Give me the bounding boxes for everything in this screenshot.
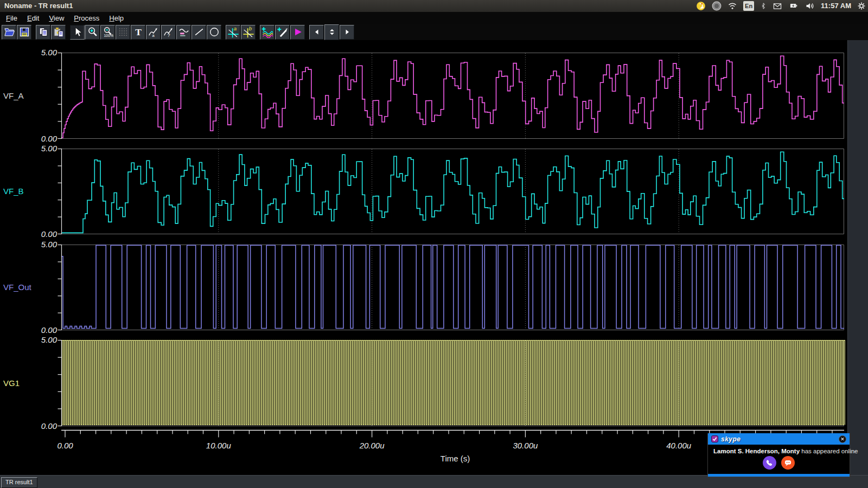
add-curves-button[interactable]: [260, 25, 275, 40]
gear-icon[interactable]: [857, 1, 866, 11]
grid-button[interactable]: [116, 25, 130, 40]
chat-bird-icon[interactable]: [696, 1, 706, 11]
x-tick-label-0: 0.00: [43, 441, 87, 450]
probe-button[interactable]: [275, 25, 290, 40]
skype-logo-text: skype: [721, 435, 741, 443]
ellipse-tool-icon: [209, 27, 220, 37]
plot-canvas-vg1[interactable]: [56, 339, 848, 427]
menu-view[interactable]: View: [44, 13, 69, 23]
page-next-button[interactable]: [340, 25, 354, 40]
plot-canvas-vf_a[interactable]: [56, 52, 848, 139]
line-button[interactable]: [192, 25, 206, 40]
page-spinner-button[interactable]: [324, 24, 339, 40]
signal-label-vg1: VG1: [3, 378, 20, 388]
skype-popup-footer: [708, 474, 850, 477]
tab-tr-result1[interactable]: TR result1: [1, 477, 37, 488]
zoom-100-button[interactable]: 100%: [100, 25, 115, 40]
indicator-circle-icon[interactable]: [712, 1, 722, 11]
menu-file[interactable]: File: [1, 13, 22, 23]
zoom-in-icon: [87, 27, 98, 37]
select-button[interactable]: [70, 25, 85, 40]
y-max-label-3: 5.00: [30, 335, 57, 344]
toolbar: 100%Ta?ab: [0, 24, 868, 40]
skype-popup-header[interactable]: skype ✕: [708, 433, 850, 445]
wifi-icon[interactable]: [727, 1, 737, 11]
trace-vf_b: [62, 152, 844, 233]
menu-edit[interactable]: Edit: [22, 13, 44, 23]
trace-marker-b-button[interactable]: ?: [161, 25, 176, 40]
y-min-label-1: 0.00: [30, 229, 57, 239]
paste-button[interactable]: [51, 25, 66, 40]
title-bar: Noname - TR result1 En11:57 AM: [0, 0, 868, 12]
keyboard-badge[interactable]: En: [743, 1, 754, 11]
signal-label-vf_out: VF_Out: [3, 282, 31, 292]
curve-legend-icon: [178, 27, 189, 37]
open-button[interactable]: [2, 25, 16, 40]
svg-text:100%: 100%: [104, 34, 113, 37]
text-button[interactable]: T: [131, 25, 145, 40]
play-icon: [292, 27, 303, 37]
trace-vf_out: [62, 245, 844, 328]
menu-process[interactable]: Process: [69, 13, 104, 23]
copy-icon: [38, 27, 49, 37]
page-prev-button[interactable]: [309, 25, 324, 40]
signal-label-vf_a: VF_A: [3, 91, 24, 100]
speaker-icon[interactable]: [805, 1, 815, 11]
svg-text:T: T: [135, 27, 142, 37]
x-tick-label-40: 40.00u: [657, 441, 700, 450]
y-max-label-2: 5.00: [30, 240, 57, 249]
trace-vg1: [62, 341, 845, 425]
cursor-b-button[interactable]: b: [241, 25, 256, 40]
line-tool-icon: [194, 27, 205, 37]
skype-check-icon: [711, 435, 718, 442]
trace-arrow2-icon: ?: [163, 27, 174, 37]
y-min-label-3: 0.00: [30, 421, 57, 431]
y-max-label-0: 5.00: [30, 48, 57, 57]
skype-chat-button[interactable]: [781, 456, 795, 470]
skype-call-button[interactable]: [763, 456, 776, 470]
envelope-icon[interactable]: [773, 1, 782, 11]
trace-vf_a: [62, 56, 844, 138]
multi-wave-icon: [261, 26, 273, 38]
axis-a-icon: a: [227, 26, 239, 38]
cursor-a-button[interactable]: a: [226, 25, 240, 40]
clock-text[interactable]: 11:57 AM: [821, 1, 851, 11]
right-panel-strip: [847, 40, 868, 475]
x-tick-label-20: 20.00u: [350, 441, 394, 450]
menu-bar: FileEditViewProcessHelp: [0, 12, 868, 24]
copy-button[interactable]: [36, 25, 50, 40]
axis-b-icon: b: [242, 26, 254, 38]
battery-icon[interactable]: [788, 1, 799, 11]
run-button[interactable]: [290, 25, 305, 40]
ellipse-button[interactable]: [207, 25, 221, 40]
probe-pen-icon: [277, 26, 289, 38]
waveform-workspace: [0, 40, 868, 475]
trace-marker-a-button[interactable]: a: [146, 25, 161, 40]
skype-notification-popup: skype ✕ Lamont S. Henderson, Monty has a…: [707, 433, 850, 477]
y-min-label-0: 0.00: [30, 134, 57, 143]
cursor-arrow-icon: [72, 27, 83, 37]
skype-close-button[interactable]: ✕: [839, 435, 846, 443]
x-tick-label-30: 30.00u: [503, 441, 547, 450]
system-tray: En11:57 AM: [696, 0, 866, 12]
spinner-icon: [328, 27, 336, 37]
skype-contact-name: Lamont S. Henderson, Monty: [713, 448, 800, 454]
text-tool-icon: T: [133, 27, 144, 37]
plot-canvas-vf_out[interactable]: [56, 244, 848, 331]
menu-help[interactable]: Help: [104, 13, 129, 23]
curve-legend-button[interactable]: [176, 25, 191, 40]
skype-message: Lamont S. Henderson, Monty has appeared …: [708, 445, 850, 454]
svg-text:a: a: [152, 33, 155, 37]
window-title: Noname - TR result1: [4, 2, 73, 10]
signal-label-vf_b: VF_B: [3, 187, 24, 196]
svg-text:b: b: [248, 26, 252, 31]
bluetooth-icon[interactable]: [760, 1, 767, 11]
zoom-100-icon: 100%: [103, 27, 113, 37]
save-icon: [19, 27, 30, 37]
y-min-label-2: 0.00: [30, 325, 57, 335]
trace-arrow-icon: a: [148, 27, 159, 37]
zoom-in-button[interactable]: [85, 25, 100, 40]
plot-canvas-vf_b[interactable]: [56, 148, 848, 235]
save-button[interactable]: [17, 25, 31, 40]
y-max-label-1: 5.00: [30, 144, 57, 153]
